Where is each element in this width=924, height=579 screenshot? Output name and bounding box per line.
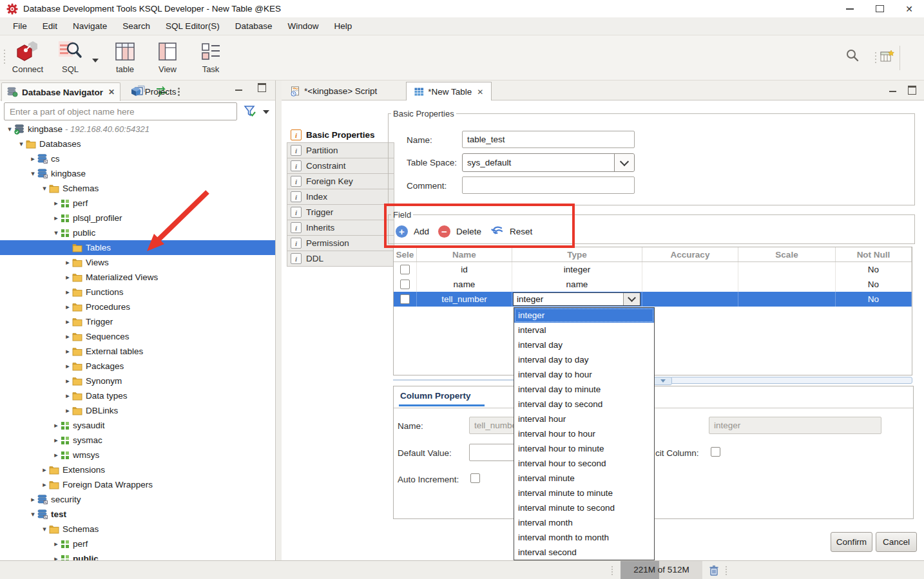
sql-dropdown-caret[interactable] <box>92 59 99 62</box>
expand-arrow-icon[interactable]: ▸ <box>63 362 72 370</box>
type-option-interval-minute-to-minute[interactable]: interval minute to minute <box>514 486 654 500</box>
expand-arrow-icon[interactable]: ▸ <box>63 318 72 326</box>
type-cell[interactable]: name <box>512 277 642 292</box>
toolbar-grip[interactable] <box>4 50 5 64</box>
new-table-shortcut-icon[interactable] <box>880 50 894 64</box>
type-combo-dropdown-button[interactable] <box>623 293 640 305</box>
type-option-interval[interactable]: interval <box>514 323 654 337</box>
collapse-arrow-icon[interactable]: ▾ <box>5 125 14 133</box>
grid-row-id[interactable]: idintegerNo <box>394 262 912 277</box>
tree-item-packages[interactable]: ▸Packages <box>0 359 275 374</box>
name-cell[interactable]: tell_number <box>417 292 512 307</box>
collapse-arrow-icon[interactable]: ▾ <box>40 525 49 533</box>
editor-tab-new-table[interactable]: *New Table✕ <box>406 82 492 101</box>
expand-arrow-icon[interactable]: ▸ <box>40 466 49 474</box>
not-null-cell[interactable]: No <box>836 292 912 307</box>
type-option-interval-minute-to-second[interactable]: interval minute to second <box>514 500 654 515</box>
scale-cell[interactable] <box>738 292 836 307</box>
type-option-interval-minute[interactable]: interval minute <box>514 471 654 486</box>
menu-item-edit[interactable]: Edit <box>35 21 65 31</box>
type-option-interval-hour-to-minute[interactable]: interval hour to minute <box>514 441 654 456</box>
expand-arrow-icon[interactable]: ▸ <box>52 451 61 459</box>
row-select-checkbox[interactable] <box>400 265 410 274</box>
type-option-interval-second[interactable]: interval second <box>514 545 654 560</box>
collapse-arrow-icon[interactable]: ▾ <box>40 184 49 193</box>
type-option-integer[interactable]: integer <box>514 308 654 323</box>
collapse-arrow-icon[interactable]: ▾ <box>52 229 61 237</box>
tree-item-synonym[interactable]: ▸Synonym <box>0 374 275 388</box>
implicit-column-checkbox[interactable] <box>711 447 720 457</box>
minimize-view-icon[interactable] <box>235 90 242 91</box>
category-inherits[interactable]: iInherits <box>287 220 394 236</box>
row-select-cell[interactable] <box>394 262 417 277</box>
tree-item-perf[interactable]: ▸perf <box>0 536 275 551</box>
window-maximize-button[interactable] <box>865 0 894 17</box>
tree-item-external-tables[interactable]: ▸External tables <box>0 344 275 359</box>
splitter-collapse-button[interactable] <box>653 377 672 385</box>
type-option-interval-day-to-minute[interactable]: interval day to minute <box>514 382 654 397</box>
row-select-cell[interactable] <box>394 292 417 307</box>
scale-cell[interactable] <box>738 277 836 292</box>
tree-item-public[interactable]: ▾public <box>0 225 275 240</box>
tree-item-procedures[interactable]: ▸Procedures <box>0 299 275 314</box>
toolbar-button-connect[interactable]: Connect <box>9 40 46 74</box>
expand-arrow-icon[interactable]: ▸ <box>63 347 72 356</box>
expand-arrow-icon[interactable]: ▸ <box>63 303 72 311</box>
expand-arrow-icon[interactable]: ▸ <box>63 377 72 385</box>
delete-field-button[interactable]: − Delete <box>438 225 481 238</box>
category-partition[interactable]: iPartition <box>287 142 394 158</box>
tree-item-databases[interactable]: ▾Databases <box>0 137 275 151</box>
menu-item-sql-editor-s[interactable]: SQL Editor(S) <box>158 21 227 31</box>
collapse-arrow-icon[interactable]: ▾ <box>28 510 37 518</box>
expand-arrow-icon[interactable]: ▸ <box>40 480 49 489</box>
expand-arrow-icon[interactable]: ▸ <box>52 540 61 548</box>
type-cell[interactable]: integer <box>512 262 642 277</box>
type-option-interval-day-to-hour[interactable]: interval day to hour <box>514 367 654 382</box>
tablespace-dropdown-button[interactable] <box>614 154 634 171</box>
name-cell[interactable]: id <box>417 262 512 277</box>
toolbar-button-task[interactable]: Task <box>193 40 228 74</box>
cancel-button[interactable]: Cancel <box>876 532 917 552</box>
confirm-button[interactable]: Confirm <box>831 532 872 552</box>
menu-item-navigate[interactable]: Navigate <box>65 21 115 31</box>
grid-column-header-type[interactable]: Type <box>512 247 642 261</box>
category-index[interactable]: iIndex <box>287 189 394 205</box>
grid-column-header-not-null[interactable]: Not Null <box>836 247 912 261</box>
not-null-cell[interactable]: No <box>836 277 912 292</box>
tree-item-foreign-data-wrappers[interactable]: ▸Foreign Data Wrappers <box>0 477 275 492</box>
tree-item-functions[interactable]: ▸Functions <box>0 285 275 299</box>
tree-item-tables[interactable]: Tables <box>0 240 275 255</box>
tree-item-dblinks[interactable]: ▸DBLinks <box>0 403 275 418</box>
expand-arrow-icon[interactable]: ▸ <box>52 199 61 207</box>
type-option-interval-hour[interactable]: interval hour <box>514 412 654 426</box>
window-close-button[interactable]: ✕ <box>894 0 924 17</box>
expand-arrow-icon[interactable]: ▸ <box>63 332 72 341</box>
menu-item-search[interactable]: Search <box>115 21 158 31</box>
tree-item-schemas[interactable]: ▾Schemas <box>0 522 275 536</box>
editor-maximize-icon[interactable] <box>908 86 916 95</box>
grid-column-header-sele[interactable]: Sele <box>394 247 417 261</box>
garbage-collect-icon[interactable] <box>706 564 722 578</box>
close-tab-icon[interactable]: ✕ <box>108 88 115 97</box>
tree-item-extensions[interactable]: ▸Extensions <box>0 462 275 477</box>
category-trigger[interactable]: iTrigger <box>287 204 394 220</box>
menu-item-help[interactable]: Help <box>326 21 360 31</box>
accuracy-cell[interactable] <box>642 292 738 307</box>
expand-arrow-icon[interactable]: ▸ <box>63 273 72 281</box>
memory-gauge[interactable]: 221M of 512M <box>621 561 702 579</box>
tab-column-property[interactable]: Column Property <box>400 391 471 401</box>
close-tab-icon[interactable]: ✕ <box>477 88 483 97</box>
tree-item-perf[interactable]: ▸perf <box>0 196 275 211</box>
tree-item-sysaudit[interactable]: ▸sysaudit <box>0 418 275 433</box>
tree-item-views[interactable]: ▸Views <box>0 255 275 270</box>
tree-item-sysmac[interactable]: ▸sysmac <box>0 433 275 448</box>
accuracy-cell[interactable] <box>642 277 738 292</box>
expand-arrow-icon[interactable]: ▸ <box>52 421 61 430</box>
toolbar-button-table[interactable]: table <box>108 40 142 74</box>
tree-item-wmsys[interactable]: ▸wmsys <box>0 448 275 462</box>
grid-row-tell-number[interactable]: tell_numberintegerNo <box>394 292 912 307</box>
collapse-arrow-icon[interactable]: ▾ <box>17 140 26 148</box>
grid-column-header-scale[interactable]: Scale <box>738 247 836 261</box>
object-filter-input[interactable] <box>4 102 237 120</box>
comment-input[interactable] <box>462 176 635 194</box>
